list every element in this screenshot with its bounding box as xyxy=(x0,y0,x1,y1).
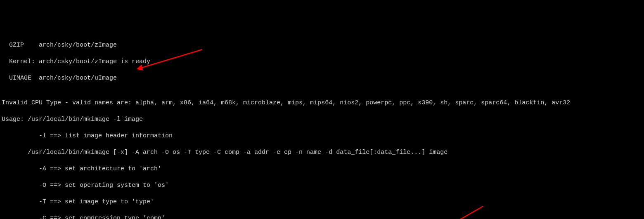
terminal-output[interactable]: GZIP arch/csky/boot/zImage Kernel: arch/… xyxy=(0,33,644,219)
output-line: /usr/local/bin/mkimage [-x] -A arch -O o… xyxy=(2,148,642,157)
output-line: -O ==> set operating system to 'os' xyxy=(2,181,642,190)
output-line: Usage: /usr/local/bin/mkimage -l image xyxy=(2,115,642,124)
output-line: -C ==> set compression type 'comp' xyxy=(2,214,642,219)
output-line: -A ==> set architecture to 'arch' xyxy=(2,165,642,173)
output-line: UIMAGE arch/csky/boot/uImage xyxy=(2,74,642,82)
output-line: Kernel: arch/csky/boot/zImage is ready xyxy=(2,58,642,66)
output-line: Invalid CPU Type - valid names are: alph… xyxy=(2,99,642,107)
output-line: GZIP arch/csky/boot/zImage xyxy=(2,41,642,49)
output-line: -l ==> list image header information xyxy=(2,132,642,140)
output-line: -T ==> set image type to 'type' xyxy=(2,198,642,206)
